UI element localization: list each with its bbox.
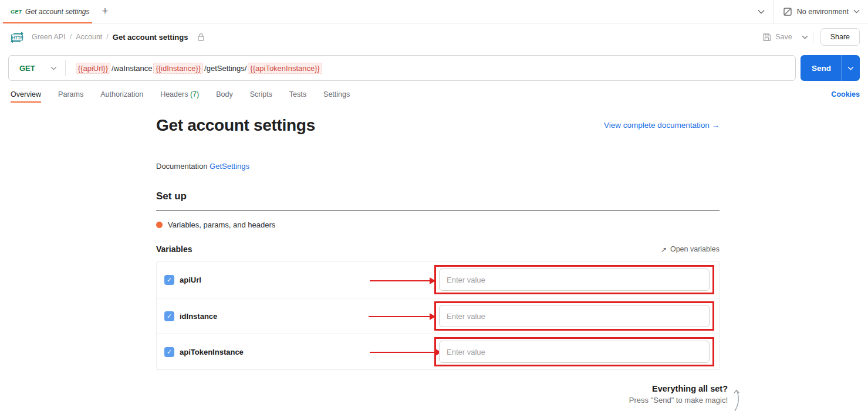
send-button[interactable]: Send <box>801 55 841 81</box>
new-tab-button[interactable]: + <box>95 0 115 23</box>
url-variable: {{apiTokenInstance}} <box>248 63 322 74</box>
arrow-right-icon: → <box>712 121 720 130</box>
cookies-link[interactable]: Cookies <box>831 90 860 98</box>
annotation-arrow <box>369 316 430 317</box>
setup-status-label: Variables, params, and headers <box>168 220 275 229</box>
view-documentation-link[interactable]: View complete documentation → <box>604 121 720 130</box>
chevron-down-icon <box>847 66 854 70</box>
environment-label: No environment <box>797 8 849 16</box>
footer-hint-subtitle: Press "Send" to make magic! <box>629 396 728 405</box>
status-dot-icon <box>156 222 163 228</box>
request-tab[interactable]: GET Get account settings <box>0 0 95 23</box>
tab-scripts[interactable]: Scripts <box>250 84 272 105</box>
url-segment: /getSettings/ <box>204 64 247 73</box>
annotation-highlight-box <box>434 301 714 331</box>
tab-overview[interactable]: Overview <box>11 84 41 105</box>
documentation-label: Documentation <box>156 162 207 171</box>
chevron-down-icon <box>758 9 765 14</box>
checkbox-apitokeninstance[interactable]: ✓ <box>164 347 174 357</box>
annotation-arrow <box>370 280 430 281</box>
save-options-button[interactable] <box>797 32 813 43</box>
open-variables-label: Open variables <box>670 245 720 253</box>
url-input[interactable]: {{apiUrl}} /waInstance {{idInstance}} /g… <box>66 63 323 74</box>
tab-settings[interactable]: Settings <box>323 84 350 105</box>
setup-status: Variables, params, and headers <box>156 220 720 229</box>
url-variable: {{idInstance}} <box>153 63 203 74</box>
variables-table: ✓ apiUrl ✓ idInstance ✓ apiTokenInstance <box>156 261 720 370</box>
variable-row-apiurl: ✓ apiUrl <box>157 262 719 298</box>
chevron-down-icon <box>802 35 808 39</box>
tab-params[interactable]: Params <box>58 84 83 105</box>
request-url-bar: GET {{apiUrl}} /waInstance {{idInstance}… <box>8 55 860 81</box>
divider <box>156 210 720 211</box>
chevron-down-icon <box>50 66 57 70</box>
breadcrumb-collection[interactable]: Green API <box>32 33 66 41</box>
tab-authorization[interactable]: Authorization <box>100 84 143 105</box>
request-tab-title: Get account settings <box>25 8 89 16</box>
send-button-group: Send <box>801 55 860 81</box>
lock-icon <box>197 33 205 41</box>
annotation-highlight-box <box>434 337 714 366</box>
headers-count: (7) <box>190 90 199 98</box>
send-options-button[interactable] <box>841 55 860 81</box>
breadcrumb-separator: / <box>106 33 108 41</box>
http-request-icon: HTTP <box>11 31 23 43</box>
collapse-chevron-button[interactable] <box>749 0 773 23</box>
variable-value-input-apiurl[interactable] <box>439 269 710 291</box>
tab-body[interactable]: Body <box>216 84 233 105</box>
svg-text:HTTP: HTTP <box>12 35 23 40</box>
getsettings-link[interactable]: GetSettings <box>210 162 249 171</box>
tab-headers-label: Headers <box>160 90 188 98</box>
checkbox-idinstance[interactable]: ✓ <box>164 311 174 321</box>
tab-tests[interactable]: Tests <box>289 84 306 105</box>
variable-row-apitokeninstance: ✓ apiTokenInstance <box>157 334 719 369</box>
variable-value-input-idinstance[interactable] <box>439 305 710 327</box>
overview-panel: Get account settings View complete docum… <box>156 116 720 370</box>
variable-name: apiUrl <box>180 276 201 284</box>
tab-headers[interactable]: Headers (7) <box>160 84 199 105</box>
setup-heading: Set up <box>156 191 720 202</box>
save-button[interactable]: Save <box>758 29 797 45</box>
arrow-up-right-icon: ↗ <box>660 245 666 254</box>
variable-name: idInstance <box>180 312 217 321</box>
request-header: HTTP Green API / Account / Get account s… <box>0 23 868 50</box>
checkbox-apiurl[interactable]: ✓ <box>164 275 174 285</box>
url-box: GET {{apiUrl}} /waInstance {{idInstance}… <box>8 55 796 81</box>
open-variables-link[interactable]: ↗ Open variables <box>660 245 720 254</box>
url-segment: /waInstance <box>111 64 153 73</box>
breadcrumb-current[interactable]: Get account settings <box>113 33 188 42</box>
variable-value-input-apitokeninstance[interactable] <box>439 341 710 363</box>
variable-name: apiTokenInstance <box>180 348 244 356</box>
environment-selector[interactable]: No environment <box>773 0 868 23</box>
share-button[interactable]: Share <box>820 28 860 46</box>
breadcrumb-separator: / <box>70 33 72 41</box>
save-icon <box>762 33 771 42</box>
footer-hint: Everything all set? Press "Send" to make… <box>0 384 728 405</box>
method-selector[interactable]: GET <box>9 64 65 73</box>
variables-heading: Variables <box>156 244 192 254</box>
top-tab-bar: GET Get account settings + No environmen… <box>0 0 868 23</box>
method-label: GET <box>19 64 35 73</box>
url-variable: {{apiUrl}} <box>76 63 110 74</box>
variable-row-idinstance: ✓ idInstance <box>157 298 719 334</box>
view-documentation-label: View complete documentation <box>604 121 710 130</box>
breadcrumb-folder[interactable]: Account <box>76 33 102 41</box>
no-environment-icon <box>783 7 792 16</box>
breadcrumb: Green API / Account / Get account settin… <box>32 33 205 42</box>
page-title: Get account settings <box>156 116 315 135</box>
annotation-highlight-box <box>434 265 714 294</box>
chevron-down-icon <box>853 9 860 13</box>
footer-hint-title: Everything all set? <box>629 384 728 393</box>
curved-up-arrow-icon <box>731 388 742 413</box>
documentation-line: Documentation GetSettings <box>156 162 720 171</box>
active-tab-indicator <box>3 22 92 23</box>
annotation-arrow <box>370 352 436 353</box>
request-tab-method: GET <box>11 9 22 15</box>
save-label: Save <box>775 33 792 41</box>
request-tabs: Overview Params Authorization Headers (7… <box>0 83 868 106</box>
